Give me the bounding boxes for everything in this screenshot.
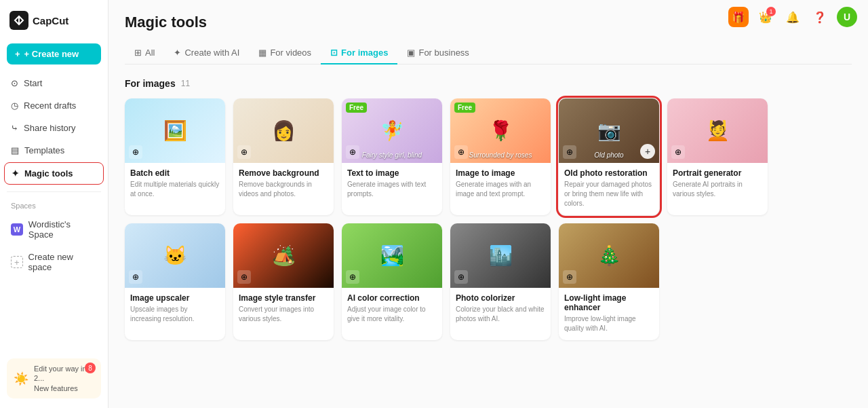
tab-all-label: All (145, 48, 155, 58)
tool-corner-icon-lowlight: ⊕ (563, 270, 576, 284)
tool-corner-icon-portrait-gen: ⊕ (671, 145, 685, 159)
gift-icon[interactable]: 🎁 (728, 7, 749, 27)
spaces-label: Spaces (0, 199, 108, 214)
sidebar-item-create-space[interactable]: + Create new space (4, 246, 104, 278)
tool-name-image-upscaler: Image upscaler (130, 293, 220, 303)
notification-sun-icon: ☀️ (14, 371, 28, 386)
tool-name-text-to-image: Text to image (347, 168, 437, 178)
templates-icon: ▤ (11, 145, 19, 155)
tool-corner-icon-image-to-image: ⊕ (454, 145, 468, 159)
tool-name-style-transfer: Image style transfer (239, 293, 328, 303)
tool-card-photo-colorizer[interactable]: 🏙️⊕Photo colorizerColorize your black an… (450, 223, 551, 340)
section-title-text: For images (125, 78, 176, 89)
tab-all[interactable]: ⊞ All (125, 42, 164, 64)
sidebar: CapCut + + Create new ⊙ Start ◷ Recent d… (0, 0, 108, 408)
create-new-label: + Create new (24, 49, 79, 59)
sidebar-item-start[interactable]: ⊙ Start (4, 73, 104, 94)
help-icon[interactable]: ❓ (810, 7, 830, 27)
tool-thumb-color-correction: 🏞️⊕ (342, 223, 442, 288)
tool-thumb-portrait-gen: 💆⊕ (667, 98, 768, 163)
tool-desc-image-to-image: Generate images with an image and text p… (456, 180, 545, 199)
tool-desc-text-to-image: Generate images with text prompts. (347, 180, 437, 199)
tool-desc-lowlight: Improve low-light image quality with AI. (564, 314, 654, 333)
sidebar-label-templates: Templates (24, 145, 64, 155)
tool-corner-icon-remove-bg: ⊕ (237, 145, 251, 159)
tool-name-lowlight: Low-light image enhancer (564, 293, 654, 312)
logo[interactable]: CapCut (0, 0, 108, 41)
tab-create-ai-label: Create with AI (184, 48, 239, 58)
tool-badge-image-to-image: Free (454, 103, 475, 113)
user-avatar[interactable]: U (837, 7, 857, 27)
tool-card-image-to-image[interactable]: FreeSurrounded by roses🌹⊕Image to imageG… (450, 98, 551, 215)
tab-for-videos[interactable]: ▦ For videos (249, 42, 321, 64)
tool-card-style-transfer[interactable]: 🏕️⊕Image style transferConvert your imag… (233, 223, 334, 340)
tab-for-videos-label: For videos (270, 48, 311, 58)
spaces-nav: W Wordistic's Space + Create new space (0, 214, 108, 278)
tool-card-color-correction[interactable]: 🏞️⊕AI color correctionAdjust your image … (342, 223, 442, 340)
tool-name-batch-edit: Batch edit (130, 168, 220, 178)
for-business-icon: ▣ (407, 48, 415, 58)
create-ai-icon: ✦ (174, 48, 181, 58)
tool-corner-icon-style-transfer: ⊕ (237, 270, 251, 284)
notification-line2: New features (34, 384, 94, 393)
tool-desc-photo-colorizer: Colorize your black and white photos wit… (456, 305, 545, 324)
notification-bell-icon[interactable]: 🔔 (783, 7, 803, 27)
upgrade-icon[interactable]: 👑 1 (755, 7, 776, 27)
tool-add-icon-old-photo[interactable]: + (640, 144, 655, 159)
tool-card-portrait-gen[interactable]: 💆⊕Portrait generatorGenerate AI portrait… (667, 98, 768, 215)
all-icon: ⊞ (134, 48, 142, 58)
tool-name-image-to-image: Image to image (456, 168, 545, 178)
wordistic-avatar: W (11, 223, 23, 236)
logo-text: CapCut (33, 15, 68, 26)
create-new-button[interactable]: + + Create new (7, 43, 101, 64)
sidebar-item-share-history[interactable]: ⤷ Share history (4, 117, 104, 138)
sidebar-nav: ⊙ Start ◷ Recent drafts ⤷ Share history … (0, 73, 108, 185)
tool-thumb-text-to-image: FreeFairy style girl, blind🧚⊕ (342, 98, 442, 163)
tool-thumb-old-photo: Old photo📷⊕+ (559, 98, 659, 163)
tool-desc-old-photo: Repair your damaged photos or bring them… (564, 180, 654, 208)
sidebar-item-wordistic[interactable]: W Wordistic's Space (4, 214, 104, 245)
sidebar-label-recent-drafts: Recent drafts (24, 100, 76, 111)
tool-name-old-photo: Old photo restoration (564, 168, 654, 178)
sidebar-label-magic-tools: Magic tools (24, 168, 73, 179)
sidebar-label-create-space: Create new space (28, 252, 98, 272)
capcut-logo-icon (9, 11, 28, 30)
tool-corner-icon-batch-edit: ⊕ (129, 145, 142, 159)
upgrade-badge: 1 (766, 7, 776, 16)
sidebar-item-recent-drafts[interactable]: ◷ Recent drafts (4, 95, 104, 116)
tool-name-remove-bg: Remove background (239, 168, 328, 178)
tab-create-ai[interactable]: ✦ Create with AI (164, 42, 249, 64)
tool-thumb-lowlight: 🎄⊕ (559, 223, 659, 288)
tab-bar: ⊞ All ✦ Create with AI ▦ For videos ⊡ Fo… (125, 42, 852, 64)
tab-for-business[interactable]: ▣ For business (397, 42, 478, 64)
tool-corner-icon-text-to-image: ⊕ (346, 145, 359, 159)
header-right: 🎁 👑 1 🔔 ❓ U (728, 7, 857, 27)
tool-grid: 🖼️⊕Batch editEdit multiple materials qui… (125, 98, 852, 340)
tool-card-batch-edit[interactable]: 🖼️⊕Batch editEdit multiple materials qui… (125, 98, 225, 215)
sidebar-item-magic-tools[interactable]: ✦ Magic tools (4, 162, 104, 185)
magic-tools-icon: ✦ (12, 168, 19, 179)
plus-icon: + (15, 49, 20, 59)
tool-desc-color-correction: Adjust your image color to give it more … (347, 305, 437, 324)
section-count: 11 (181, 79, 190, 88)
tool-card-lowlight[interactable]: 🎄⊕Low-light image enhancerImprove low-li… (559, 223, 659, 340)
start-icon: ⊙ (11, 78, 18, 88)
main-content: 🎁 👑 1 🔔 ❓ U Magic tools ⊞ All ✦ Create w… (108, 0, 868, 408)
tool-card-remove-bg[interactable]: 👩⊕Remove backgroundRemove backgrounds in… (233, 98, 334, 215)
create-space-icon: + (11, 256, 23, 268)
tool-corner-icon-image-upscaler: ⊕ (129, 270, 142, 284)
notification-bar[interactable]: ☀️ Edit your way into 2... New features … (7, 358, 101, 398)
tool-name-color-correction: AI color correction (347, 293, 437, 303)
for-videos-icon: ▦ (258, 48, 267, 58)
tab-for-images-label: For images (341, 48, 388, 58)
tool-card-text-to-image[interactable]: FreeFairy style girl, blind🧚⊕Text to ima… (342, 98, 442, 215)
tool-thumb-image-upscaler: 🐱⊕ (125, 223, 225, 288)
notification-badge: 8 (85, 363, 96, 373)
tab-for-business-label: For business (418, 48, 469, 58)
tool-card-old-photo[interactable]: Old photo📷⊕+Old photo restorationRepair … (559, 98, 659, 215)
sidebar-label-share-history: Share history (24, 123, 76, 133)
sidebar-bottom: ☀️ Edit your way into 2... New features … (0, 352, 108, 408)
tool-card-image-upscaler[interactable]: 🐱⊕Image upscalerUpscale images by increa… (125, 223, 225, 340)
sidebar-item-templates[interactable]: ▤ Templates (4, 140, 104, 161)
tab-for-images[interactable]: ⊡ For images (321, 42, 397, 64)
